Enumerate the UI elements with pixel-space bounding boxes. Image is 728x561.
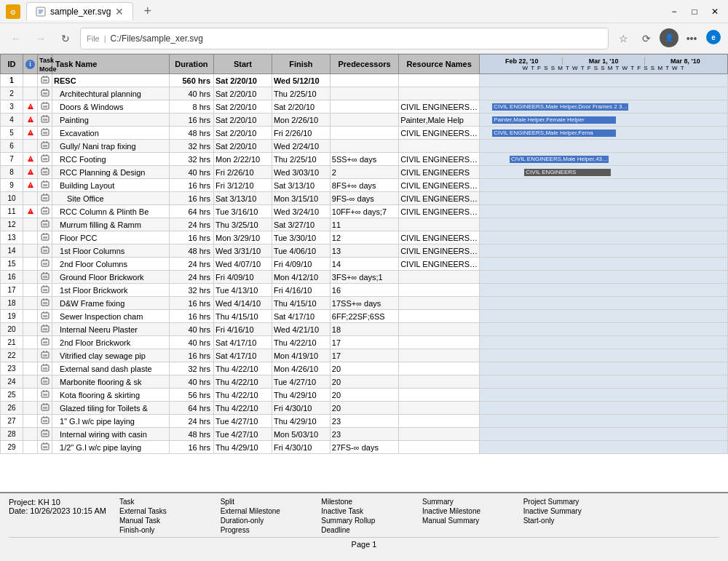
cell-id: 21	[1, 336, 23, 349]
cell-gantt	[480, 336, 728, 349]
table-row: 15 2nd Floor Columns 24 hrs Wed 4/07/10 …	[1, 258, 728, 271]
table-row: 11 ! RCC Column & Plinth Be 64 hrs Tue 3…	[1, 205, 728, 218]
svg-rect-76	[43, 446, 47, 448]
cell-finish: Mon 4/12/10	[272, 271, 330, 284]
table-row: 3 ! Doors & Windows 8 hrs Sat 2/20/10 Sa…	[1, 100, 728, 114]
cell-gantt	[480, 402, 728, 415]
cell-resources: CIVIL ENGINEERS,M	[399, 244, 480, 258]
favorites-button[interactable]: ☆	[613, 28, 633, 49]
cell-start: Sat 3/13/10	[214, 192, 272, 205]
table-row: 24 Marbonite flooring & sk 40 hrs Thu 4/…	[1, 375, 728, 389]
new-tab-button[interactable]: +	[139, 4, 156, 19]
cell-gantt	[480, 362, 728, 375]
cell-info: !	[23, 153, 38, 166]
gantt-bar: Painter,Male Helper,Female Helper	[492, 116, 616, 124]
table-row: 9 ! Building Layout 16 hrs Fri 3/12/10 S…	[1, 179, 728, 192]
settings-button[interactable]: •••	[681, 28, 702, 49]
cell-info	[23, 284, 38, 297]
cell-resources	[399, 441, 480, 454]
cell-gantt	[480, 297, 728, 310]
cell-duration: 8 hrs	[169, 100, 213, 114]
cell-duration: 32 hrs	[169, 284, 213, 297]
cell-mode	[38, 244, 52, 258]
svg-rect-54	[43, 302, 47, 304]
cell-mode	[38, 179, 52, 192]
table-row: 26 Glazed tiling for Toilets & 64 hrs Th…	[1, 402, 728, 415]
cell-mode	[38, 140, 52, 153]
browser-tab[interactable]: sample_xer.svg ✕	[26, 2, 133, 20]
legend-external-milestone: External Milestone	[221, 507, 316, 515]
cell-gantt: CIVIL ENGINEERS	[480, 166, 728, 179]
cell-mode	[38, 231, 52, 244]
cell-name: Internal wiring with casin	[52, 428, 170, 441]
cell-duration: 40 hrs	[169, 87, 213, 100]
cell-duration: 24 hrs	[169, 415, 213, 428]
cell-mode	[38, 218, 52, 231]
cell-gantt	[480, 74, 728, 87]
cell-info	[23, 244, 38, 258]
cell-predecessors: 18	[330, 323, 398, 336]
gantt-chart-header: Feb 22, '10 Mar 1, '10 Mar 8, '10 W T F …	[480, 55, 728, 74]
cell-resources	[399, 323, 480, 336]
forward-button[interactable]: →	[31, 28, 51, 49]
cell-duration: 560 hrs	[169, 74, 213, 87]
cell-finish: Wed 5/12/10	[272, 74, 330, 87]
legend-container: Task Split Milestone Summary Project Sum…	[119, 498, 719, 534]
col-id-header: ID	[1, 55, 23, 74]
legend-finish-only: Finish-only	[119, 526, 215, 534]
refresh-button[interactable]: ↻	[55, 28, 76, 49]
cell-predecessors: 23	[330, 415, 398, 428]
gantt-container: ID i Task Mode Task Name Duration Start …	[0, 54, 728, 492]
cell-info	[23, 402, 38, 415]
cell-duration: 56 hrs	[169, 389, 213, 402]
cell-gantt: CIVIL ENGINEERS,Male Helper,Door Frames …	[480, 100, 728, 114]
date-label-3: Mar 8, '10	[645, 57, 726, 65]
cell-duration: 16 hrs	[169, 297, 213, 310]
cell-name: Marbonite flooring & sk	[52, 375, 170, 389]
table-row: 7 ! RCC Footing 32 hrs Mon 2/22/10 Thu 2…	[1, 153, 728, 166]
cell-predecessors: 16	[330, 284, 398, 297]
close-button[interactable]: ✕	[708, 4, 722, 19]
cell-name: 2nd Floor Brickwork	[52, 336, 170, 349]
table-row: 4 ! Painting 16 hrs Sat 2/20/10 Mon 2/26…	[1, 114, 728, 127]
cell-info	[23, 362, 38, 375]
col-predecessors-header: Predecessors	[330, 55, 398, 74]
cell-gantt	[480, 179, 728, 192]
url-bar[interactable]: File | C:/Files/sample_xer.svg	[80, 28, 609, 49]
legend-external-tasks: External Tasks	[119, 507, 215, 515]
minimize-button[interactable]: −	[667, 4, 681, 19]
cell-id: 15	[1, 258, 23, 271]
tab-label: sample_xer.svg	[50, 7, 111, 17]
table-row: 13 Floor PCC 16 hrs Mon 3/29/10 Tue 3/30…	[1, 231, 728, 244]
cell-id: 25	[1, 389, 23, 402]
refresh-icon-button[interactable]: ⟳	[636, 28, 657, 49]
cell-mode	[38, 336, 52, 349]
cell-predecessors: 17	[330, 336, 398, 349]
cell-info	[23, 375, 38, 389]
cell-name: Doors & Windows	[52, 100, 170, 114]
cell-finish: Fri 4/09/10	[272, 258, 330, 271]
table-row: 22 Vitrified clay sewage pip 16 hrs Sat …	[1, 349, 728, 362]
cell-mode	[38, 166, 52, 179]
cell-finish: Wed 4/21/10	[272, 323, 330, 336]
user-avatar[interactable]: 👤	[660, 28, 678, 47]
back-button[interactable]: ←	[6, 28, 26, 49]
cell-finish: Fri 4/30/10	[272, 441, 330, 454]
cell-predecessors: 10FF+∞ days;7	[330, 205, 398, 218]
svg-rect-58	[43, 328, 47, 330]
svg-rect-6	[43, 79, 47, 81]
cell-mode	[38, 297, 52, 310]
cell-id: 6	[1, 140, 23, 153]
tab-close-button[interactable]: ✕	[115, 6, 124, 17]
cell-resources	[399, 415, 480, 428]
cell-id: 28	[1, 428, 23, 441]
cell-id: 12	[1, 218, 23, 231]
cell-finish: Wed 2/24/10	[272, 140, 330, 153]
cell-name: Excavation	[52, 127, 170, 140]
cell-info: !	[23, 127, 38, 140]
cell-start: Wed 4/14/10	[214, 297, 272, 310]
svg-text:⊙: ⊙	[10, 9, 16, 16]
cell-info	[23, 74, 38, 87]
maximize-button[interactable]: □	[687, 4, 702, 19]
cell-duration: 40 hrs	[169, 375, 213, 389]
